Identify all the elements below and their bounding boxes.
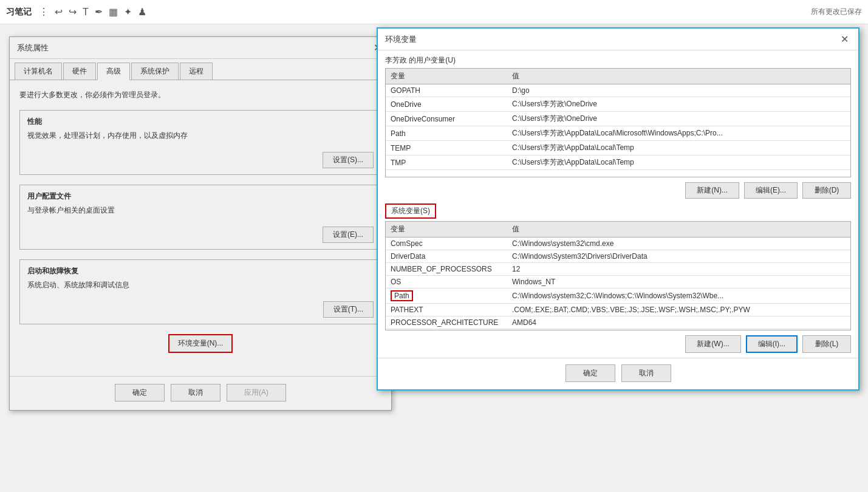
startup-section: 启动和故障恢复 系统启动、系统故障和调试信息 设置(T)... — [19, 259, 381, 324]
sys-var-name: DriverData — [386, 250, 507, 263]
more-icon[interactable]: ⋮ — [39, 6, 49, 18]
sysprop-ok-button[interactable]: 确定 — [115, 384, 165, 401]
sys-var-name: NUMBER_OF_PROCESSORS — [386, 263, 507, 276]
sys-var-row[interactable]: ComSpecC:\Windows\system32\cmd.exe — [386, 237, 850, 250]
user-var-value: C:\Users\李芳政\AppData\Local\Temp — [507, 155, 850, 170]
sys-var-value: AMD64 — [507, 316, 850, 329]
sys-var-value: C:\Windows\system32\cmd.exe — [507, 237, 850, 250]
undo-icon[interactable]: ↩ — [55, 6, 63, 18]
sys-new-button[interactable]: 新建(W)... — [685, 335, 740, 353]
sys-var-value: Intel64 Family 6 Model 158 Stepping 10, … — [507, 329, 850, 331]
sysprop-apply-button[interactable]: 应用(A) — [227, 384, 286, 401]
profile-settings-button[interactable]: 设置(E)... — [323, 227, 374, 243]
user-vars-btn-row: 新建(N)... 编辑(E)... 删除(D) — [378, 177, 858, 203]
envvar-cancel-button[interactable]: 取消 — [621, 364, 671, 382]
user-var-row[interactable]: PathC:\Users\李芳政\AppData\Local\Microsoft… — [386, 126, 850, 141]
sys-var-row[interactable]: PROCESSOR_ARCHITECTUREAMD64 — [386, 316, 850, 329]
tab-hardware[interactable]: 硬件 — [63, 63, 96, 80]
sys-var-name: PATHEXT — [386, 304, 507, 316]
startup-settings-button[interactable]: 设置(T)... — [323, 301, 374, 318]
sys-edit-button[interactable]: 编辑(I)... — [746, 335, 798, 353]
user-val-col-header: 值 — [507, 69, 850, 84]
user-var-name: TMP — [386, 155, 507, 170]
sys-var-name: OS — [386, 276, 507, 289]
sysprop-tabs: 计算机名 硬件 高级 系统保护 远程 — [10, 59, 391, 80]
user-var-name: GOPATH — [386, 84, 507, 97]
envvar-footer: 确定 取消 — [378, 358, 858, 389]
user-var-col-header: 变量 — [386, 69, 507, 84]
format-icon[interactable]: T — [83, 7, 89, 18]
user-var-value: C:\Users\李芳政\AppData\Local\Microsoft\Win… — [507, 126, 850, 141]
performance-label: 性能 — [27, 117, 374, 127]
grid-icon[interactable]: ▦ — [109, 6, 118, 18]
sys-var-col-header: 变量 — [386, 222, 507, 237]
user-new-button[interactable]: 新建(N)... — [685, 182, 739, 199]
user-var-row[interactable]: TMPC:\Users\李芳政\AppData\Local\Temp — [386, 155, 850, 170]
user-var-value: C:\Users\李芳政\AppData\Local\Temp — [507, 141, 850, 155]
profile-desc: 与登录帐户相关的桌面设置 — [27, 205, 374, 216]
tab-sysprotect[interactable]: 系统保护 — [131, 63, 179, 80]
sys-var-name: ComSpec — [386, 237, 507, 250]
envvar-ok-button[interactable]: 确定 — [566, 364, 615, 382]
user-vars-table-container: 变量 值 GOPATHD:\goOneDriveC:\Users\李芳政\One… — [385, 68, 851, 177]
sys-var-name: PROCESSOR_IDENTIFIER — [386, 329, 507, 331]
startup-label: 启动和故障恢复 — [27, 266, 374, 276]
user-var-value: C:\Users\李芳政\OneDrive — [507, 112, 850, 126]
sys-var-row[interactable]: OSWindows_NT — [386, 276, 850, 289]
startup-desc: 系统启动、系统故障和调试信息 — [27, 280, 374, 290]
sysprop-cancel-button[interactable]: 取消 — [171, 384, 220, 401]
toolbar-icons: ⋮ ↩ ↪ T ✒ ▦ ✦ ♟ — [39, 6, 146, 18]
user-var-name: Path — [386, 126, 507, 141]
star-icon[interactable]: ✦ — [124, 6, 132, 18]
person-icon[interactable]: ♟ — [138, 6, 146, 18]
sys-vars-btn-row: 新建(W)... 编辑(I)... 删除(L) — [378, 330, 858, 358]
user-var-value: C:\Users\李芳政\OneDrive — [507, 97, 850, 112]
user-var-row[interactable]: OneDriveConsumerC:\Users\李芳政\OneDrive — [386, 112, 850, 126]
sys-var-value: .COM;.EXE;.BAT;.CMD;.VBS;.VBE;.JS;.JSE;.… — [507, 304, 850, 316]
user-var-name: OneDrive — [386, 97, 507, 112]
sys-var-row[interactable]: NUMBER_OF_PROCESSORS12 — [386, 263, 850, 276]
sysprop-dialog: 系统属性 ✕ 计算机名 硬件 高级 系统保护 远程 要进行大多数更改，你必须作为… — [9, 36, 392, 411]
sys-var-row[interactable]: DriverDataC:\Windows\System32\Drivers\Dr… — [386, 250, 850, 263]
sys-var-row[interactable]: PATHEXT.COM;.EXE;.BAT;.CMD;.VBS;.VBE;.JS… — [386, 304, 850, 316]
sysprop-footer: 确定 取消 应用(A) — [10, 376, 391, 410]
saved-status: 所有更改已保存 — [811, 7, 862, 17]
user-edit-button[interactable]: 编辑(E)... — [744, 182, 798, 199]
sys-var-row[interactable]: PathC:\Windows\system32;C:\Windows;C:\Wi… — [386, 289, 850, 304]
sys-vars-table-container: 变量 值 ComSpecC:\Windows\system32\cmd.exeD… — [385, 221, 851, 330]
tab-computername[interactable]: 计算机名 — [15, 63, 62, 80]
user-vars-table: 变量 值 GOPATHD:\goOneDriveC:\Users\李芳政\One… — [386, 69, 850, 170]
sysprop-title-bar: 系统属性 ✕ — [10, 37, 391, 59]
pen-icon[interactable]: ✒ — [95, 6, 103, 18]
user-var-row[interactable]: GOPATHD:\go — [386, 84, 850, 97]
performance-section: 性能 视觉效果，处理器计划，内存使用，以及虚拟内存 设置(S)... — [19, 110, 381, 175]
envvar-button[interactable]: 环境变量(N)... — [168, 334, 233, 353]
user-vars-header-row: 变量 值 — [386, 69, 850, 84]
user-var-row[interactable]: OneDriveC:\Users\李芳政\OneDrive — [386, 97, 850, 112]
user-var-value: D:\go — [507, 84, 850, 97]
user-delete-button[interactable]: 删除(D) — [802, 182, 851, 199]
user-var-row[interactable]: TEMPC:\Users\李芳政\AppData\Local\Temp — [386, 141, 850, 155]
envvar-title: 环境变量 — [385, 34, 417, 45]
user-vars-label: 李芳政 的用户变量(U) — [378, 50, 858, 68]
envvar-dialog: 环境变量 ✕ 李芳政 的用户变量(U) 变量 值 GOPATHD:\goOneD… — [377, 27, 859, 391]
envvar-close-button[interactable]: ✕ — [838, 33, 851, 45]
performance-settings-button[interactable]: 设置(S)... — [323, 152, 374, 168]
envvar-title-bar: 环境变量 ✕ — [378, 29, 858, 50]
redo-icon[interactable]: ↪ — [69, 6, 77, 18]
top-bar: 习笔记 ⋮ ↩ ↪ T ✒ ▦ ✦ ♟ 所有更改已保存 — [0, 0, 868, 24]
performance-desc: 视觉效果，处理器计划，内存使用，以及虚拟内存 — [27, 131, 374, 141]
sys-var-value: C:\Windows\System32\Drivers\DriverData — [507, 250, 850, 263]
sys-var-row[interactable]: PROCESSOR_IDENTIFIERIntel64 Family 6 Mod… — [386, 329, 850, 331]
sysprop-content: 要进行大多数更改，你必须作为管理员登录。 性能 视觉效果，处理器计划，内存使用，… — [10, 80, 391, 376]
app-title: 习笔记 — [6, 7, 32, 18]
tab-advanced[interactable]: 高级 — [97, 63, 130, 80]
tab-remote[interactable]: 远程 — [180, 63, 213, 80]
sys-var-name: PROCESSOR_ARCHITECTURE — [386, 316, 507, 329]
user-var-name: TEMP — [386, 141, 507, 155]
sys-vars-table: 变量 值 ComSpecC:\Windows\system32\cmd.exeD… — [386, 222, 850, 330]
profile-label: 用户配置文件 — [27, 191, 374, 202]
sys-delete-button[interactable]: 删除(L) — [802, 335, 851, 353]
dialogs-area: 系统属性 ✕ 计算机名 硬件 高级 系统保护 远程 要进行大多数更改，你必须作为… — [0, 24, 868, 492]
profile-section: 用户配置文件 与登录帐户相关的桌面设置 设置(E)... — [19, 185, 381, 250]
